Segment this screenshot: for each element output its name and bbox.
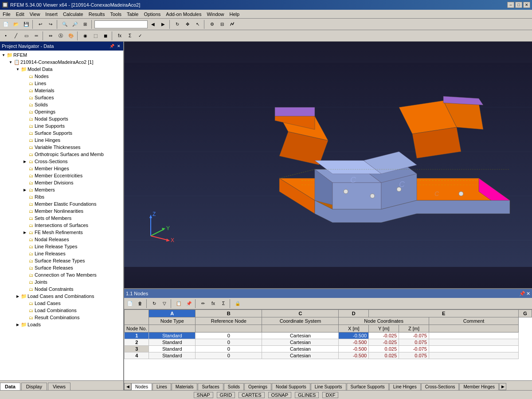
dp-tb-delete-row[interactable]: 🗑 [135, 299, 145, 309]
menu-edit[interactable]: Edit [13, 11, 27, 18]
table-row[interactable]: 2 Standard 0 Cartesian -0.500 -0.025 0.0… [125, 339, 532, 346]
tree-joints[interactable]: 🗂 Joints [1, 278, 122, 286]
tab-nodes[interactable]: Nodes [131, 383, 152, 390]
tab-member-hinges[interactable]: Member Hinges [459, 383, 499, 390]
tb-zoom-in[interactable]: 🔍 [60, 20, 70, 29]
tree-connection-two-members[interactable]: 🗂 Connection of Two Members [1, 271, 122, 278]
table-row[interactable]: 4 Standard 0 Cartesian -0.500 0.025 0.07… [125, 352, 532, 359]
tree-nodal-constraints[interactable]: 🗂 Nodal Constraints [1, 286, 122, 293]
tb2-dimension[interactable]: ⇔ [46, 31, 55, 41]
dp-tb-formula[interactable]: fx [208, 299, 218, 309]
tab-nodal-supports[interactable]: Nodal Supports [272, 383, 310, 390]
tb2-shaded[interactable]: ◼ [101, 31, 110, 41]
status-cartes[interactable]: CARTES [239, 392, 264, 398]
tree-members[interactable]: ▶ 🗂 Members [1, 186, 122, 193]
tree-variable-thicknesses[interactable]: 🗂 Variable Thicknesses [1, 144, 122, 151]
dp-close[interactable]: ✕ [526, 291, 530, 297]
tree-rfem[interactable]: ▼ 📁 RFEM [1, 51, 122, 59]
tb-save[interactable]: 💾 [21, 20, 31, 29]
tb-grid[interactable]: ⊟ [217, 20, 227, 29]
status-snap[interactable]: SNAP [194, 392, 213, 398]
tree-load-combinations[interactable]: 🗂 Load Combinations [1, 307, 122, 314]
tree-solids[interactable]: 🗂 Solids [1, 101, 122, 108]
menu-table[interactable]: Table [124, 11, 141, 18]
tb2-label[interactable]: Ⓐ [56, 31, 66, 41]
tree-result-combinations[interactable]: 🗂 Result Combinations [1, 314, 122, 321]
tb-nav-next[interactable]: ▶ [158, 20, 168, 29]
tab-openings[interactable]: Openings [244, 383, 271, 390]
tb-open[interactable]: 📂 [11, 20, 21, 29]
th-col-d[interactable]: D [339, 310, 369, 317]
menu-options[interactable]: Options [141, 11, 163, 18]
status-osnap[interactable]: OSNAP [268, 392, 292, 398]
tree-nodes[interactable]: 🗂 Nodes [1, 73, 122, 80]
tree-member-divisions[interactable]: 🗂 Member Divisions [1, 179, 122, 186]
dp-tb-new-row[interactable]: 📄 [125, 299, 135, 309]
tab-surface-supports[interactable]: Surface Supports [347, 383, 389, 390]
dp-tb-edit[interactable]: ✏ [198, 299, 208, 309]
nav-tab-display[interactable]: Display [21, 383, 47, 390]
th-col-c[interactable]: C [262, 310, 339, 317]
tree-model-data[interactable]: ▼ 📁 Model Data [1, 66, 122, 73]
menu-help[interactable]: Help [227, 11, 243, 18]
tree-nodal-releases[interactable]: 🗂 Nodal Releases [1, 236, 122, 243]
tb2-calc[interactable]: Σ [125, 31, 135, 41]
tree-nodal-supports[interactable]: 🗂 Nodal Supports [1, 115, 122, 122]
table-row[interactable]: 3 Standard 0 Cartesian -0.500 0.025 -0.0… [125, 346, 532, 352]
tb-pan[interactable]: ✥ [183, 20, 192, 29]
tree-surface-supports[interactable]: 🗂 Surface Supports [1, 129, 122, 137]
tree-line-release-types[interactable]: 🗂 Line Release Types [1, 243, 122, 250]
tab-surfaces[interactable]: Surfaces [198, 383, 223, 390]
tb-select[interactable]: ↖ [193, 20, 203, 29]
table-row[interactable]: 1 Standard 0 Cartesian -0.500 -0.025 -0.… [125, 332, 532, 339]
minimize-button[interactable]: – [507, 2, 514, 8]
tree-surfaces[interactable]: 🗂 Surfaces [1, 94, 122, 101]
tab-scroll-left[interactable]: ◀ [124, 383, 131, 390]
title-bar-controls[interactable]: – □ ✕ [507, 2, 530, 8]
tb-settings[interactable]: ⚙ [207, 20, 217, 29]
tab-lines[interactable]: Lines [153, 383, 171, 390]
tb-rotate[interactable]: ↻ [172, 20, 182, 29]
tab-line-supports[interactable]: Line Supports [311, 383, 346, 390]
th-col-b[interactable]: B [196, 310, 262, 317]
tree-surface-releases[interactable]: 🗂 Surface Releases [1, 264, 122, 271]
tb-zoom-all[interactable]: ⊞ [80, 20, 90, 29]
nav-tab-data[interactable]: Data [0, 383, 20, 390]
tab-scroll-right[interactable]: ▶ [499, 383, 506, 390]
3d-viewport[interactable]: C C C Z Y [124, 42, 532, 288]
tb-3d[interactable]: 🗲 [227, 20, 237, 29]
tab-materials[interactable]: Materials [172, 383, 198, 390]
dp-tb-refresh[interactable]: ↻ [149, 299, 159, 309]
dp-pin[interactable]: 📌 [519, 291, 525, 297]
data-table-container[interactable]: A B C D E G Node Type Reference Node Coo… [124, 309, 532, 380]
menu-results[interactable]: Results [86, 11, 108, 18]
tb2-members[interactable]: ═ [31, 31, 41, 41]
tb-undo[interactable]: ↩ [35, 20, 45, 29]
dp-tb-paste[interactable]: 📌 [184, 299, 194, 309]
menu-file[interactable]: File [0, 11, 13, 18]
tb2-color[interactable]: 🎨 [66, 31, 76, 41]
status-dxf[interactable]: DXF [322, 392, 338, 398]
th-col-g[interactable]: G [519, 310, 532, 317]
status-grid[interactable]: GRID [217, 392, 235, 398]
menu-addon[interactable]: Add-on Modules [163, 11, 204, 18]
th-col-e[interactable]: E [369, 310, 519, 317]
menu-window[interactable]: Window [204, 11, 227, 18]
tree-line-supports[interactable]: 🗂 Line Supports [1, 122, 122, 129]
tree-intersections[interactable]: 🗂 Intersections of Surfaces [1, 222, 122, 229]
close-button[interactable]: ✕ [523, 2, 530, 8]
nav-pin[interactable]: 📌 [109, 44, 115, 48]
tree-lines[interactable]: 🗂 Lines [1, 80, 122, 87]
tb-zoom-out[interactable]: 🔎 [70, 20, 80, 29]
tb2-check[interactable]: ✓ [135, 31, 145, 41]
tb-nav-prev[interactable]: ◀ [148, 20, 158, 29]
tree-line-hinges[interactable]: 🗂 Line Hinges [1, 137, 122, 144]
tb2-lines[interactable]: ╱ [11, 31, 21, 41]
tb2-render[interactable]: ◉ [80, 31, 90, 41]
tree-cross-sections[interactable]: ▶ 🗂 Cross-Sections [1, 158, 122, 165]
tree-member-eccentricities[interactable]: 🗂 Member Eccentricities [1, 172, 122, 179]
dp-tb-sigma[interactable]: Σ [219, 299, 228, 309]
tab-line-hinges[interactable]: Line Hinges [389, 383, 421, 390]
tb2-surfaces[interactable]: ▭ [21, 31, 31, 41]
dp-tb-lock[interactable]: 🔒 [233, 299, 243, 309]
